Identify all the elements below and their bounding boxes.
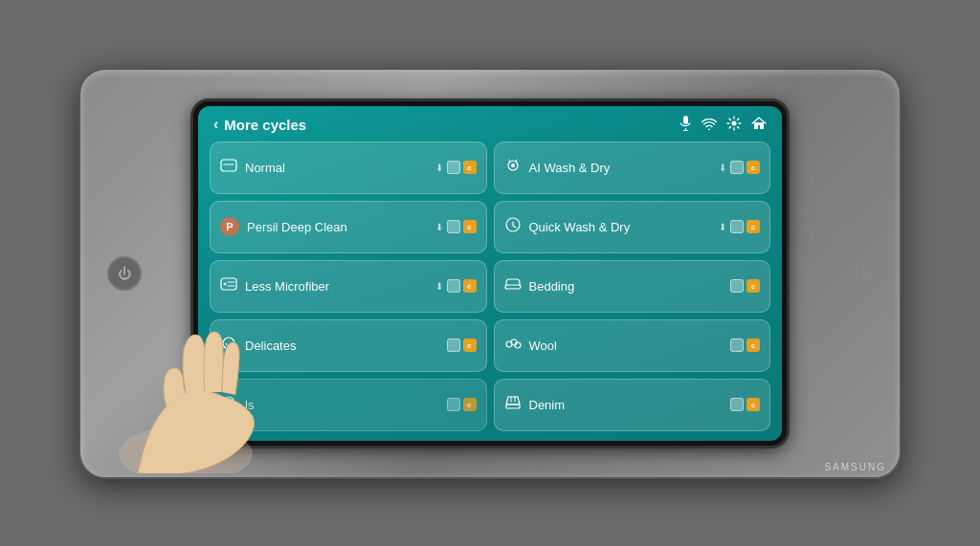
badge-white-micro [447,279,460,293]
persil-icon: P [220,217,239,236]
download-icon5: ⬇ [435,281,443,292]
cycle-persil[interactable]: P Persil Deep Clean ⬇ c [210,201,487,253]
badge-white [447,161,460,174]
cycle-normal-label: Normal [245,161,435,175]
badge-orange-wool: c [746,339,760,352]
cycle-badges-wool: c [730,339,760,352]
svg-rect-15 [506,404,520,408]
back-button[interactable]: ‹ More cycles [213,116,306,133]
badge-orange-ai: c [746,161,760,174]
settings-icon[interactable] [726,116,742,134]
cycle-unknown[interactable]: ls c [210,379,487,431]
cycle-badges-ai: c [730,161,760,174]
nfc-icon [854,257,873,290]
cycle-badges-quick: c [730,220,760,233]
normal-icon [220,158,237,177]
badge-white-denim [730,398,744,411]
badge-orange-denim: c [746,398,760,411]
download-icon4: ⬇ [719,222,726,232]
badge-orange-persil: c [463,220,477,233]
cycle-ai-wash-dry[interactable]: AI Wash & Dry ⬇ c [494,142,771,194]
badge-white-quick [730,220,744,233]
microfiber-icon [220,276,237,295]
mic-icon[interactable] [679,116,692,134]
svg-rect-0 [683,116,688,124]
badge-orange-unknown: c [463,398,477,411]
denim-icon [504,395,522,414]
svg-point-3 [732,120,737,125]
badge-white-del [447,339,460,352]
badge-orange-bedding: c [746,279,760,293]
svg-rect-7 [221,278,236,290]
cycle-badges-denim: c [730,398,760,411]
cycle-badges-bedding: c [730,279,760,293]
svg-point-6 [511,164,515,167]
cycles-grid: Normal ⬇ c AI Wash & [198,142,782,441]
quick-icon [504,217,522,236]
cycle-quick-label: Quick Wash & Dry [529,220,720,234]
screen-bezel: ‹ More cycles [193,101,787,446]
badge-orange-del: c [463,339,477,352]
wool-icon [504,336,522,355]
cycle-badges: c [447,161,477,174]
back-arrow-icon: ‹ [213,116,218,133]
cycle-denim-label: Denim [529,398,731,412]
badge-orange-micro: c [463,279,477,293]
cycle-quick-wash[interactable]: Quick Wash & Dry ⬇ c [494,201,771,253]
cycle-microfiber[interactable]: Less Microfiber ⬇ c [210,260,487,313]
cycle-badges-micro: c [447,279,477,293]
cycle-denim[interactable]: Denim c [494,379,771,431]
cycle-badges-unknown: c [447,398,477,411]
cycle-badges-persil: c [447,220,477,233]
badge-orange-quick: c [746,220,760,233]
badge-white-wool [730,339,744,352]
badge-white-bedding [730,279,744,293]
header-icons [679,116,767,134]
badge-white-unknown [447,398,460,411]
download-icon3: ⬇ [435,222,443,232]
wifi-icon[interactable] [702,117,717,133]
svg-rect-9 [505,285,521,289]
cycle-bedding-label: Bedding [529,279,731,294]
badge-orange: c [463,161,477,174]
unknown-icon [220,395,237,414]
page-title: More cycles [224,117,306,133]
cycle-unknown-label: ls [245,398,447,412]
cycle-microfiber-label: Less Microfiber [245,279,435,294]
badge-white-ai [730,161,744,174]
ai-icon [504,158,522,177]
cycle-delicates-label: Delicates [245,339,447,353]
svg-point-10 [223,338,234,349]
delicates-icon [220,336,237,355]
bedding-icon [504,276,522,295]
cycle-ai-label: AI Wash & Dry [529,161,720,175]
cycle-badges-del: c [447,339,477,352]
cycle-bedding[interactable]: Bedding c [494,260,771,313]
badge-white-persil [447,220,460,233]
power-button[interactable]: ⏻ [107,256,142,291]
appliance-panel: ⏻ ‹ More cycles [78,68,902,479]
svg-point-8 [224,283,227,286]
screen: ‹ More cycles [198,106,782,441]
svg-rect-4 [221,160,236,171]
cycle-persil-label: Persil Deep Clean [247,220,435,234]
download-icon: ⬇ [435,163,443,173]
svg-point-14 [223,397,234,408]
cycle-delicates[interactable]: Delicates c [210,319,487,372]
cycle-wool[interactable]: Wool c [494,319,771,372]
header: ‹ More cycles [198,106,782,142]
cycle-normal[interactable]: Normal ⬇ c [210,142,487,194]
cycle-wool-label: Wool [529,339,731,353]
home-icon[interactable] [751,116,767,134]
download-icon2: ⬇ [719,163,726,173]
